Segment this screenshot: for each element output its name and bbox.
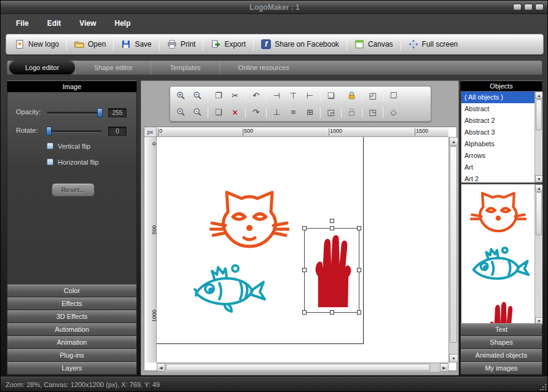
section-animation[interactable]: Animation [7, 336, 136, 349]
category-arrows[interactable]: Arrows [461, 150, 534, 162]
rotate-slider[interactable] [47, 130, 102, 133]
selection-handle-nw[interactable] [302, 226, 307, 230]
thumbnail-scrollbar[interactable]: ▲ ▼ [534, 184, 542, 324]
lock-button[interactable] [343, 88, 360, 103]
align-top-button[interactable]: ⊤ [285, 88, 302, 103]
share-facebook-button[interactable]: f Share on Facebook [255, 36, 345, 53]
canvas-object-cat[interactable] [209, 185, 289, 259]
print-button[interactable]: Print [161, 36, 202, 53]
vertical-flip-checkbox[interactable] [47, 143, 53, 149]
menu-help[interactable]: Help [105, 15, 139, 31]
horizontal-flip-checkbox[interactable] [47, 159, 53, 165]
new-logo-button[interactable]: New logo [9, 36, 65, 53]
canvas-button[interactable]: Canvas [348, 36, 399, 53]
category-alphabets[interactable]: Alphabets [461, 138, 534, 150]
category-abstract-3[interactable]: Abstract 3 [461, 127, 534, 138]
minimize-button[interactable] [513, 4, 522, 10]
canvas-object-hand[interactable] [308, 232, 356, 310]
align-right-button[interactable]: ⊢ [302, 88, 318, 103]
selection-handle-s[interactable] [330, 310, 334, 315]
category-all-objects[interactable]: ( All objects ) [461, 92, 534, 103]
menu-file[interactable]: File [7, 15, 38, 31]
canvas-vertical-scrollbar[interactable]: ▲ ▼ [448, 137, 458, 363]
align-bottom-button[interactable]: ⊥ [268, 105, 285, 119]
category-list-scrollbar[interactable]: ▲ ▼ [534, 92, 542, 182]
zoom-in-alt-button[interactable] [173, 105, 189, 119]
scroll-down-button[interactable]: ▼ [449, 354, 458, 363]
text-objects-button[interactable]: Text [461, 323, 542, 336]
tab-online-resources[interactable]: Online resources [219, 61, 308, 74]
category-scroll-thumb[interactable] [536, 100, 542, 130]
selection-rotate-handle[interactable] [330, 219, 334, 223]
selection-box[interactable] [304, 228, 359, 313]
scroll-left-button[interactable]: ◀ [157, 363, 165, 372]
canvas-object-fish[interactable] [189, 260, 272, 321]
fullscreen-button[interactable]: Full screen [402, 36, 464, 53]
save-button[interactable]: Save [115, 36, 157, 53]
copy-button[interactable]: ❐ [210, 88, 227, 103]
menu-view[interactable]: View [70, 15, 105, 31]
my-images-button[interactable]: My images [461, 362, 542, 375]
section-effects[interactable]: Effects [7, 297, 136, 310]
reset-button[interactable]: Reset... [52, 183, 95, 197]
tab-shape-editor[interactable]: Shape editor [75, 61, 151, 74]
undo-button[interactable]: ↶ [248, 88, 264, 103]
category-scroll-up[interactable]: ▲ [535, 92, 542, 99]
tab-logo-editor[interactable]: Logo editor [9, 61, 75, 74]
opacity-slider-handle[interactable] [97, 108, 103, 117]
align-middle-button[interactable]: ≡ [285, 105, 302, 119]
export-button[interactable]: Export [205, 36, 252, 53]
crop-button[interactable]: ◇ [385, 105, 402, 119]
canvas-viewport[interactable] [157, 137, 448, 363]
thumbnail-scroll-up[interactable]: ▲ [535, 184, 542, 192]
section-color[interactable]: Color [7, 284, 136, 297]
send-backward-button[interactable]: ◳ [364, 105, 381, 119]
unlock-button[interactable] [343, 105, 360, 119]
thumbnail-hand[interactable] [483, 300, 519, 324]
select-all-button[interactable]: ☐ [385, 88, 402, 103]
open-button[interactable]: Open [68, 36, 112, 53]
zoom-in-button[interactable] [173, 88, 189, 103]
rotate-slider-handle[interactable] [46, 127, 52, 136]
bring-forward-button[interactable]: ◰ [364, 88, 381, 103]
thumbnail-cat[interactable] [470, 188, 526, 240]
thumbnail-fish[interactable] [468, 243, 534, 292]
category-art-2[interactable]: Art 2 [461, 173, 534, 182]
paste-button[interactable]: ❑ [210, 105, 227, 119]
category-art[interactable]: Art [461, 162, 534, 173]
selection-handle-w[interactable] [302, 268, 307, 272]
scroll-up-button[interactable]: ▲ [449, 137, 458, 146]
selection-handle-ne[interactable] [357, 226, 361, 230]
redo-button[interactable]: ↷ [248, 105, 264, 119]
thumbnail-scroll-thumb[interactable] [536, 192, 542, 235]
zoom-out-button[interactable] [189, 88, 206, 103]
section-plugins[interactable]: Plug-ins [7, 349, 136, 362]
canvas-horizontal-scrollbar[interactable]: ◀ ▶ [157, 363, 448, 372]
align-left-button[interactable]: ⊣ [268, 88, 285, 103]
duplicate-button[interactable]: ❏ [323, 88, 339, 103]
group-button[interactable]: ◲ [323, 105, 339, 119]
category-abstract-2[interactable]: Abstract 2 [461, 115, 534, 127]
shapes-button[interactable]: Shapes [461, 336, 542, 349]
category-abstract[interactable]: Abstract [461, 103, 534, 115]
animated-objects-button[interactable]: Animated objects [461, 349, 542, 362]
section-automation[interactable]: Automation [7, 323, 136, 336]
section-layers[interactable]: Layers [7, 362, 136, 375]
opacity-slider[interactable] [47, 112, 102, 114]
tab-templates[interactable]: Templates [151, 61, 219, 74]
align-center-button[interactable]: ⊞ [302, 105, 318, 119]
section-3d-effects[interactable]: 3D Effects [7, 310, 136, 323]
maximize-button[interactable] [524, 4, 533, 10]
delete-button[interactable]: × [227, 105, 243, 119]
cut-button[interactable]: ✂ [227, 88, 243, 103]
scroll-right-button[interactable]: ▶ [440, 363, 448, 372]
zoom-out-alt-button[interactable] [189, 105, 206, 119]
category-scroll-down[interactable]: ▼ [535, 175, 542, 182]
h-scroll-thumb[interactable] [166, 364, 430, 371]
selection-handle-e[interactable] [357, 268, 361, 272]
menu-edit[interactable]: Edit [38, 15, 71, 31]
v-scroll-thumb[interactable] [450, 146, 457, 343]
resize-grip[interactable] [545, 384, 546, 385]
close-button[interactable] [535, 4, 544, 10]
selection-handle-sw[interactable] [302, 310, 307, 315]
